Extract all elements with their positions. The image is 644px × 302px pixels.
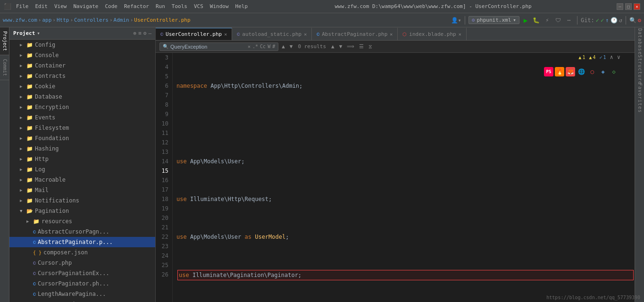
tab-close-button[interactable]: ✕ — [459, 32, 461, 37]
run-button[interactable]: ▶ — [521, 16, 530, 25]
sidebar-item-resources[interactable]: ▶ 📁 resources — [9, 216, 155, 226]
sidebar-item-abstractcursorpagn[interactable]: ▶ © AbstractCursorPagn... — [9, 226, 155, 237]
more-run-button[interactable]: ⋯ — [564, 16, 574, 25]
sidebar-item-events[interactable]: ▶ 📁 Events — [9, 112, 155, 123]
breadcrumb-controllers[interactable]: Controllers — [74, 17, 109, 23]
project-tab[interactable]: Project — [0, 27, 9, 55]
minimize-button[interactable]: — — [617, 3, 623, 10]
breadcrumb-root[interactable]: www.zfw.com — [3, 17, 37, 23]
search-regex-icon[interactable]: .* — [252, 44, 258, 49]
sidebar-item-cursorpaginator[interactable]: ▶ © CursorPaginator.ph... — [9, 278, 155, 289]
tab-autoload[interactable]: © autoload_static.php ✕ — [232, 28, 312, 40]
git-revert-icon[interactable]: ↺ — [619, 17, 622, 24]
commit-tab[interactable]: Commit — [0, 55, 9, 80]
sidebar-item-mail[interactable]: ▶ 📁 Mail — [9, 185, 155, 195]
menu-navigate[interactable]: Navigate — [72, 3, 100, 9]
sidebar-item-licensemd[interactable]: ▶ md LICENSE.md — [9, 299, 155, 302]
tab-close-button[interactable]: ✕ — [224, 32, 227, 37]
tab-abstractpaginator[interactable]: © AbstractPaginator.php ✕ — [312, 28, 398, 40]
search-next-button[interactable]: ▼ — [288, 43, 294, 50]
sidebar-item-foundation[interactable]: ▶ 📁 Foundation — [9, 133, 155, 143]
sidebar-item-cursorpaginationex[interactable]: ▶ © CursorPaginationEx... — [9, 268, 155, 278]
menu-tools[interactable]: Tools — [170, 3, 189, 9]
sidebar-item-console[interactable]: ▶ 📁 Console — [9, 50, 155, 60]
breadcrumb-admin[interactable]: Admin — [114, 17, 129, 23]
breadcrumb-http[interactable]: Http — [57, 17, 69, 23]
run-config-selector[interactable]: ⚙ phpunit.xml ▾ — [468, 16, 519, 24]
sidebar-item-abstractpaginator[interactable]: ▶ © AbstractPaginator.p... — [9, 237, 155, 247]
search-close-button[interactable]: ⟹ — [345, 43, 356, 50]
sidebar-item-filesystem[interactable]: ▶ 📁 Filesystem — [9, 123, 155, 133]
search-nav-1[interactable]: ▲ — [330, 43, 336, 50]
sidebar-item-composerjson[interactable]: ▶ { } composer.json — [9, 247, 155, 258]
sidebar-icon-locate[interactable]: ⊕ — [134, 30, 137, 36]
tab-close-button[interactable]: ✕ — [304, 32, 307, 37]
search-prev-button[interactable]: ▲ — [280, 43, 286, 50]
sidebar-item-pagination[interactable]: ▼ 📂 Pagination — [9, 206, 155, 216]
code-content[interactable]: namespace App\Http\Controllers\Admin; us… — [173, 53, 635, 302]
expand-icon[interactable]: ∧ — [610, 54, 613, 60]
menu-help[interactable]: Help — [234, 3, 250, 9]
phpstorm-icon[interactable]: PS — [544, 67, 553, 76]
browser-icon-4[interactable]: ◯ — [587, 67, 597, 76]
browser-icon-3[interactable]: 🌐 — [577, 67, 586, 76]
search-filter-icon[interactable]: # — [272, 44, 275, 49]
sidebar-item-database[interactable]: ▶ 📁 Database — [9, 92, 155, 102]
search-clear-icon[interactable]: ✕ — [248, 44, 251, 49]
coverage-button[interactable]: 🛡 — [553, 16, 563, 25]
sidebar-dropdown-arrow[interactable]: ▾ — [37, 30, 40, 36]
menu-window[interactable]: Window — [208, 3, 231, 9]
search-filter-button[interactable]: ⧖ — [367, 43, 374, 50]
settings-icon[interactable]: ⚙ — [638, 17, 641, 24]
search-nav-2[interactable]: ▼ — [338, 43, 344, 50]
menu-edit[interactable]: Edit — [33, 3, 50, 9]
sidebar-item-log[interactable]: ▶ 📁 Log — [9, 164, 155, 175]
menu-refactor[interactable]: Refactor — [122, 3, 151, 9]
sidebar-item-contracts[interactable]: ▶ 📁 Contracts — [9, 71, 155, 81]
sidebar-item-notifications[interactable]: ▶ 📁 Notifications — [9, 195, 155, 206]
sidebar-item-cookie[interactable]: ▶ 📁 Cookie — [9, 81, 155, 92]
maximize-button[interactable]: □ — [625, 3, 632, 10]
tab-usercontroller[interactable]: © UserController.php ✕ — [156, 28, 232, 40]
right-panel-favorites[interactable]: Favorites — [635, 84, 644, 112]
git-history-icon[interactable]: 🕐 — [611, 17, 618, 24]
search-settings-button[interactable]: ☰ — [358, 43, 365, 50]
menu-code[interactable]: Code — [103, 3, 119, 9]
browser-icon-2[interactable]: 🦊 — [566, 67, 575, 76]
tab-index-blade[interactable]: ⬡ index.blade.php ✕ — [398, 28, 466, 40]
browser-icon-1[interactable]: 🔥 — [555, 67, 564, 76]
sidebar-item-http[interactable]: ▶ 📁 Http — [9, 154, 155, 164]
menu-view[interactable]: View — [52, 3, 69, 9]
sidebar-icon-close[interactable]: — — [148, 30, 151, 36]
right-panel-structure[interactable]: Structure — [635, 56, 644, 84]
close-button[interactable]: ✕ — [634, 3, 640, 10]
menu-file[interactable]: File — [14, 3, 31, 9]
menu-run[interactable]: Run — [154, 3, 167, 9]
git-push-icon[interactable]: ↑ — [605, 17, 609, 24]
sidebar-item-config[interactable]: ▶ 📁 Config — [9, 40, 155, 50]
sidebar-icon-collapse[interactable]: ≡ — [138, 30, 142, 36]
search-toolbar-icon[interactable]: 🔍 — [629, 17, 636, 24]
search-input[interactable] — [170, 44, 246, 50]
search-word-icon[interactable]: W — [268, 44, 270, 49]
browser-icon-5[interactable]: ◈ — [598, 67, 608, 76]
tab-close-button[interactable]: ✕ — [390, 32, 393, 37]
sidebar-icon-sort[interactable]: ⚙ — [143, 30, 147, 36]
breadcrumb-app[interactable]: app — [42, 17, 51, 23]
browser-icon-6[interactable]: ◇ — [609, 67, 619, 76]
sidebar-item-macroable[interactable]: ▶ 📁 Macroable — [9, 175, 155, 185]
search-case-icon[interactable]: Cc — [260, 44, 266, 49]
git-check-icon[interactable]: ✓ — [596, 17, 599, 24]
right-panel-database[interactable]: Database — [635, 27, 644, 56]
collapse-icon[interactable]: ∨ — [617, 54, 620, 60]
sidebar-item-container[interactable]: ▶ 📁 Container — [9, 60, 155, 71]
git-up-icon[interactable]: ✓ — [601, 17, 604, 24]
sidebar-item-cursor[interactable]: ▶ © Cursor.php — [9, 258, 155, 268]
sidebar-item-lengthawarepagina[interactable]: ▶ © LengthAwarePagina... — [9, 289, 155, 299]
sidebar-item-encryption[interactable]: ▶ 📁 Encryption — [9, 102, 155, 112]
debug-button[interactable]: 🐛 — [532, 16, 541, 25]
profile-button[interactable]: ⚡ — [543, 16, 552, 25]
user-icon[interactable]: 👤▾ — [451, 17, 461, 24]
menu-vcs[interactable]: VCS — [192, 3, 205, 9]
sidebar-item-hashing[interactable]: ▶ 📁 Hashing — [9, 143, 155, 154]
